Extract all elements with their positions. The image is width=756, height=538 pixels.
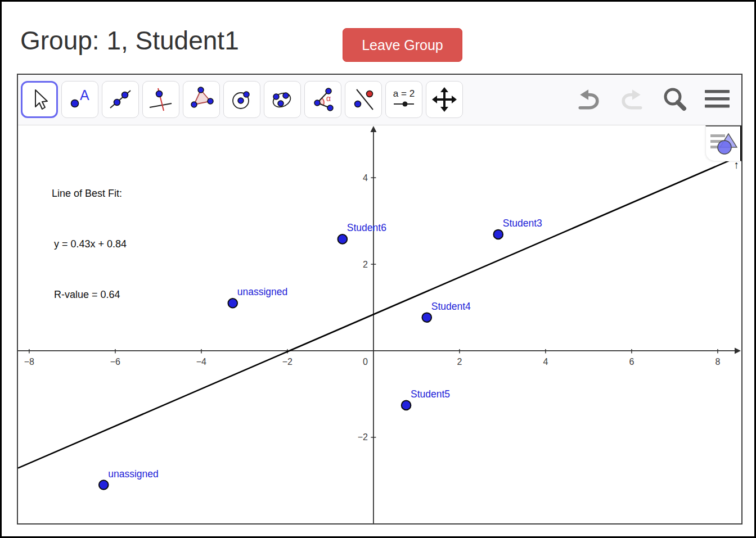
annotation-rvalue: R-value = 0.64 [52, 286, 127, 303]
x-tick-label: 6 [629, 357, 634, 367]
data-point-unassigned[interactable] [228, 299, 237, 308]
x-tick-label: −4 [196, 357, 206, 367]
angle-icon: α [310, 87, 336, 112]
x-axis-arrow [735, 347, 741, 354]
y-tick-label: 4 [363, 173, 368, 183]
toolbar: A [18, 75, 741, 125]
tool-point[interactable]: A [61, 81, 98, 118]
point-label: Student3 [503, 218, 542, 229]
tool-move-graphics-view[interactable] [426, 81, 463, 118]
svg-text:A: A [80, 87, 89, 103]
style-bar-toggle-button[interactable] [705, 125, 741, 161]
x-tick-label: 4 [543, 357, 548, 367]
data-point-Student6[interactable] [338, 234, 348, 244]
magnifier-icon [661, 86, 688, 112]
undo-icon [575, 86, 603, 112]
tool-buttons: A [21, 81, 463, 118]
annotation-title: Line of Best Fit: [52, 185, 127, 202]
undo-button[interactable] [574, 84, 604, 114]
x-tick-label: 8 [715, 357, 720, 367]
x-tick-label: −6 [110, 357, 120, 367]
x-tick-label: 2 [457, 357, 462, 367]
tool-move-select[interactable] [21, 81, 58, 118]
point-label: Student6 [347, 222, 386, 233]
best-fit-annotation: Line of Best Fit: y = 0.43x + 0.84 R-val… [52, 151, 127, 337]
origin-label: 0 [363, 357, 368, 367]
tool-reflect-about-line[interactable] [345, 81, 382, 118]
reflect-line-icon [350, 87, 376, 112]
point-label: unassigned [108, 468, 159, 480]
toolbar-actions [574, 84, 732, 114]
tool-ellipse[interactable] [264, 81, 301, 118]
leave-group-button[interactable]: Leave Group [343, 28, 462, 62]
redo-button[interactable] [616, 84, 647, 114]
tool-angle[interactable]: α [304, 81, 341, 118]
x-tick-label: −8 [24, 357, 34, 367]
tool-line[interactable] [102, 81, 139, 118]
y-axis-arrow [370, 126, 376, 132]
data-point-Student5[interactable] [402, 401, 411, 410]
point-label: Student5 [411, 388, 450, 400]
app-window: Group: 1, Student1 Leave Group A [0, 0, 756, 538]
style-bar-icon [709, 132, 737, 156]
line-icon [107, 87, 133, 112]
y-tick-label: 2 [363, 260, 368, 269]
menu-button[interactable] [702, 84, 732, 114]
tool-circle[interactable] [223, 81, 260, 118]
svg-text:α: α [326, 94, 331, 103]
hamburger-menu-icon [704, 87, 730, 111]
geogebra-applet: A [17, 74, 742, 525]
data-point-unassigned[interactable] [99, 480, 109, 490]
page-title: Group: 1, Student1 [20, 25, 239, 56]
zoom-search-button[interactable] [659, 84, 690, 114]
cursor-arrow-icon [26, 87, 52, 112]
point-label: unassigned [237, 286, 288, 297]
polygon-icon [188, 87, 214, 112]
data-point-Student3[interactable] [493, 230, 503, 239]
move-view-icon [431, 87, 457, 112]
point-label: Student4 [431, 301, 471, 312]
y-tick-label: −2 [358, 432, 368, 442]
perpendicular-line-icon [148, 87, 174, 112]
graphics-view[interactable]: −8−6−4−22468−2240unassignedunassignedStu… [18, 125, 741, 523]
ellipse-icon [269, 87, 295, 112]
tool-perpendicular-line[interactable] [142, 81, 179, 118]
circle-icon [229, 87, 255, 112]
redo-icon [618, 86, 646, 112]
scroll-up-indicator-icon: ↑ [734, 159, 740, 171]
annotation-equation: y = 0.43x + 0.84 [52, 236, 127, 252]
x-tick-label: −2 [282, 357, 292, 367]
tool-polygon[interactable] [183, 81, 220, 118]
slider-icon: a = 2 [391, 87, 417, 112]
svg-text:a = 2: a = 2 [393, 88, 415, 99]
point-icon: A [67, 87, 93, 112]
data-point-Student4[interactable] [422, 313, 431, 322]
tool-slider[interactable]: a = 2 [385, 81, 422, 118]
